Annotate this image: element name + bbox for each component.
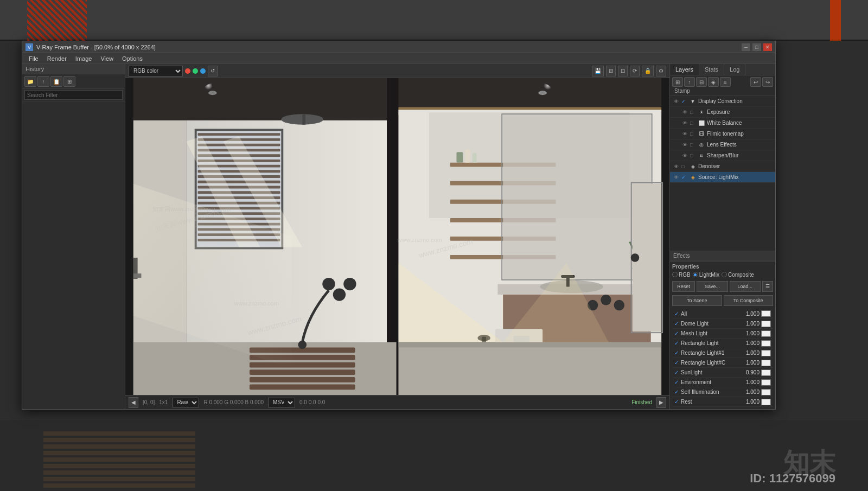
layer-eye-5[interactable]: 👁 — [681, 152, 688, 160]
light-mix-row[interactable]: ✓ Rectangle Light 1.000 — [672, 339, 773, 348]
light-color-swatch[interactable] — [761, 399, 771, 405]
status-format-select[interactable]: MSV HSV — [268, 398, 295, 407]
channel-select[interactable]: RGB color Diffuse Specular — [129, 66, 183, 76]
radio-composite[interactable]: Composite — [722, 272, 754, 278]
light-color-swatch[interactable] — [761, 310, 771, 317]
layer-denoiser[interactable]: 👁 □ ◈ Denoiser — [670, 161, 775, 172]
layer-filmic-tonemap[interactable]: 👁 □ 🎞 Filmic tonemap — [670, 129, 775, 139]
menu-view[interactable]: View — [96, 53, 118, 63]
light-name: Dome Light — [680, 319, 742, 329]
light-mix-row[interactable]: ✓ Mesh Light 1.000 — [672, 329, 773, 339]
light-color-swatch[interactable] — [761, 340, 771, 347]
layer-lens-effects[interactable]: 👁 □ ◎ Lens Effects — [670, 139, 775, 150]
layer-tool-1[interactable]: ⊞ — [672, 77, 683, 87]
tab-layers[interactable]: Layers — [670, 64, 699, 75]
layer-eye-3[interactable]: 👁 — [681, 130, 688, 138]
light-mix-row[interactable]: ✓ SunLight 0.900 — [672, 368, 773, 378]
light-mix-row[interactable]: ✓ Rectangle Light#1 1.000 — [672, 348, 773, 358]
list-button[interactable]: ☰ — [762, 281, 773, 292]
light-check[interactable]: ✓ — [674, 350, 679, 356]
green-channel-dot[interactable] — [193, 68, 198, 74]
radio-rgb[interactable]: RGB — [672, 272, 691, 278]
tab-stats[interactable]: Stats — [699, 64, 724, 75]
light-color-swatch[interactable] — [761, 369, 771, 376]
to-composite-button[interactable]: To Composite — [724, 295, 774, 306]
light-mix-row[interactable]: ✓ All 1.000 — [672, 309, 773, 319]
reset-channel-btn[interactable]: ↺ — [208, 66, 218, 76]
layer-tool-undo[interactable]: ↩ — [750, 77, 761, 87]
zoom-fit-btn[interactable]: ⊡ — [618, 66, 628, 76]
light-color-swatch[interactable] — [761, 330, 771, 337]
light-check[interactable]: ✓ — [674, 360, 679, 366]
light-color-swatch[interactable] — [761, 350, 771, 356]
light-color-swatch[interactable] — [761, 389, 771, 396]
layer-eye-7[interactable]: 👁 — [672, 174, 680, 181]
light-check[interactable]: ✓ — [674, 321, 679, 327]
save-button[interactable]: Save... — [697, 281, 727, 292]
layer-tool-3[interactable]: ⊟ — [696, 77, 707, 87]
light-name: Rectangle Light#1 — [680, 348, 742, 358]
layer-eye-2[interactable]: 👁 — [681, 119, 688, 127]
light-check[interactable]: ✓ — [674, 311, 679, 317]
light-color-swatch[interactable] — [761, 321, 771, 327]
layer-tool-4[interactable]: ◈ — [708, 77, 719, 87]
sidebar-tool-grid[interactable]: ⊞ — [63, 76, 75, 87]
maximize-button[interactable]: □ — [752, 43, 761, 51]
layer-eye-0[interactable]: 👁 — [672, 98, 680, 105]
search-input[interactable] — [24, 90, 123, 100]
blue-channel-dot[interactable] — [200, 68, 206, 74]
light-mix-row[interactable]: ✓ Rest 1.000 — [672, 397, 773, 407]
light-check[interactable]: ✓ — [674, 369, 679, 375]
layer-eye-1[interactable]: 👁 — [681, 109, 688, 116]
load-button[interactable]: Load... — [730, 281, 761, 292]
frame-nav-prev[interactable]: ◀ — [129, 397, 138, 408]
light-mix-row[interactable]: ✓ Dome Light 1.000 — [672, 319, 773, 329]
menu-options[interactable]: Options — [118, 53, 147, 63]
layer-sharpen-blur[interactable]: 👁 □ ≋ Sharpen/Blur — [670, 150, 775, 161]
light-check[interactable]: ✓ — [674, 389, 679, 395]
layer-display-correction[interactable]: 👁 ✓ ▼ Display Correction — [670, 96, 775, 107]
light-check[interactable]: ✓ — [674, 340, 679, 346]
layer-icon-5: ≋ — [698, 152, 705, 160]
layer-eye-4[interactable]: 👁 — [681, 141, 688, 149]
layer-exposure[interactable]: 👁 □ ☀ Exposure — [670, 107, 775, 118]
layer-white-balance[interactable]: 👁 □ ⬜ White Balance — [670, 118, 775, 129]
tab-log[interactable]: Log — [724, 64, 745, 75]
status-mode-select[interactable]: Raw Srgb — [172, 398, 199, 407]
sidebar-tool-new[interactable]: 📁 — [24, 76, 36, 87]
menu-file[interactable]: File — [24, 53, 43, 63]
light-check[interactable]: ✓ — [674, 399, 679, 405]
layer-tool-redo[interactable]: ↪ — [762, 77, 773, 87]
split-view-btn[interactable]: ⊟ — [606, 66, 616, 76]
layer-tool-2[interactable]: ↑ — [684, 77, 695, 87]
search-bar — [22, 89, 125, 101]
reset-button[interactable]: Reset — [672, 281, 695, 292]
light-mix-row[interactable]: ✓ Environment 1.000 — [672, 378, 773, 387]
save-image-btn[interactable]: 💾 — [592, 66, 604, 76]
wood-slats-svg — [43, 420, 206, 491]
radio-lightmix[interactable]: LightMix — [693, 272, 719, 278]
layer-icon-1: ☀ — [698, 109, 705, 116]
light-color-swatch[interactable] — [761, 360, 771, 366]
compare-btn[interactable]: ⟳ — [630, 66, 640, 76]
to-scene-button[interactable]: To Scene — [672, 295, 722, 306]
sidebar-tool-copy[interactable]: 📋 — [50, 76, 62, 87]
close-button[interactable]: ✕ — [763, 43, 772, 51]
layer-eye-6[interactable]: 👁 — [672, 163, 680, 170]
light-check[interactable]: ✓ — [674, 379, 679, 385]
settings-btn[interactable]: ⚙ — [656, 66, 666, 76]
light-mix-row[interactable]: ✓ Self Illumination 1.000 — [672, 387, 773, 397]
light-mix-row[interactable]: ✓ Rectangle Light#C 1.000 — [672, 358, 773, 368]
menu-image[interactable]: Image — [71, 53, 97, 63]
red-channel-dot[interactable] — [185, 68, 190, 74]
sidebar-tool-up[interactable]: ↑ — [37, 76, 49, 87]
layer-source-lightmix[interactable]: 👁 ✓ ◈ Source: LightMix — [670, 172, 775, 183]
frame-nav-next[interactable]: ▶ — [656, 397, 666, 408]
minimize-button[interactable]: ─ — [742, 43, 750, 51]
light-check[interactable]: ✓ — [674, 330, 679, 336]
svg-rect-90 — [398, 342, 661, 395]
layer-tool-5[interactable]: ≡ — [720, 77, 731, 87]
menu-render[interactable]: Render — [43, 53, 71, 63]
light-color-swatch[interactable] — [761, 379, 771, 386]
lock-btn[interactable]: 🔒 — [642, 66, 654, 76]
